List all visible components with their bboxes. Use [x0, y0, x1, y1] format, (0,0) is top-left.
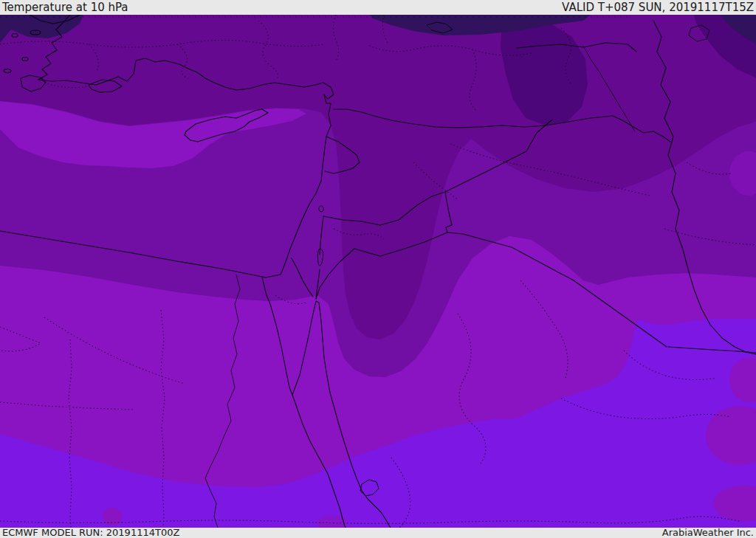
- credit-label: ArabiaWeather Inc.: [662, 528, 754, 538]
- header-bar: Temperature at 10 hPa VALID T+087 SUN, 2…: [0, 0, 756, 15]
- model-run-label: ECMWF MODEL RUN: 20191114T00Z: [2, 528, 179, 538]
- map-title: Temperature at 10 hPa: [2, 0, 128, 15]
- footer-bar: ECMWF MODEL RUN: 20191114T00Z ArabiaWeat…: [0, 528, 756, 538]
- weather-map-window: Temperature at 10 hPa VALID T+087 SUN, 2…: [0, 0, 756, 538]
- valid-time-label: VALID T+087 SUN, 20191117T15Z: [562, 0, 754, 15]
- weather-map: [0, 15, 756, 528]
- temperature-contour-map: [0, 15, 756, 528]
